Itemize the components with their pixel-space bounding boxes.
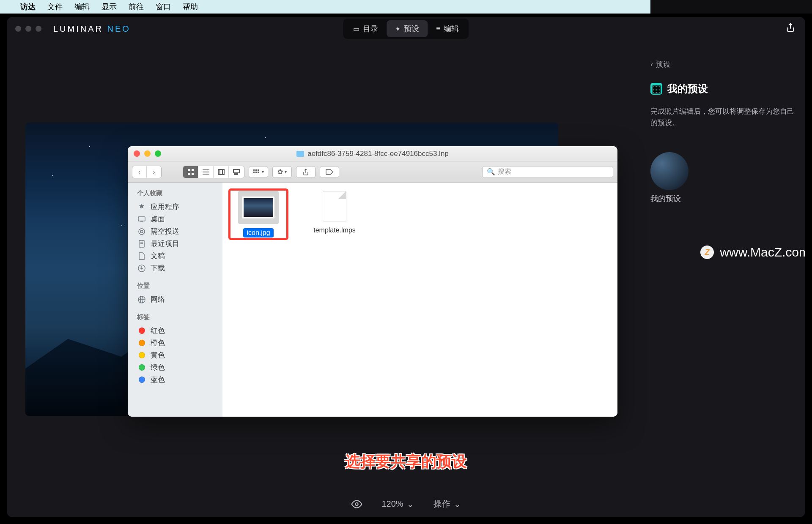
app-traffic-lights [15, 26, 41, 32]
sidebar-item-airdrop[interactable]: 隔空投送 [128, 225, 222, 237]
sidebar-tag-orange[interactable]: 橙色 [128, 337, 222, 349]
view-buttons [183, 166, 244, 178]
sidebar-item-applications[interactable]: 应用程序 [128, 201, 222, 213]
chevron-down-icon: ⌄ [454, 499, 461, 509]
nav-back-button[interactable]: ‹ [132, 166, 147, 178]
finder-search[interactable]: 🔍 搜索 [482, 166, 613, 178]
finder-traffic-lights [134, 150, 161, 157]
svg-rect-12 [234, 174, 236, 175]
macos-menubar: 访达 文件 编辑 显示 前往 窗口 帮助 [0, 0, 650, 14]
share-toolbar-button[interactable] [296, 166, 315, 178]
view-column-button[interactable] [214, 166, 229, 178]
sidebar-item-label: 绿色 [151, 363, 165, 372]
menubar-item-help[interactable]: 帮助 [183, 2, 198, 12]
svg-rect-15 [255, 169, 257, 171]
file-item-icon-jpg[interactable]: icon.jpg [231, 191, 286, 237]
action-menu[interactable]: 操作 ⌄ [433, 498, 461, 510]
sidebar-item-network[interactable]: 网络 [128, 293, 222, 306]
menubar-item-view[interactable]: 显示 [102, 2, 117, 12]
app-minimize-button[interactable] [25, 26, 31, 32]
sidebar-item-label: 桌面 [151, 214, 165, 224]
tag-blue-icon [139, 377, 145, 383]
file-name-label: template.lmps [310, 226, 359, 235]
visibility-toggle[interactable] [351, 499, 362, 510]
sidebar-tag-green[interactable]: 绿色 [128, 361, 222, 374]
group-by-button[interactable]: ▾ [249, 166, 268, 178]
finder-minimize-button[interactable] [144, 150, 151, 157]
finder-window: aefdfc86-3759-4281-8fcc-ee74916bcc53.lnp… [128, 146, 617, 417]
finder-title: aefdfc86-3759-4281-8fcc-ee74916bcc53.lnp [296, 150, 449, 158]
applications-icon [137, 202, 146, 212]
action-label: 操作 [433, 498, 450, 510]
sidebar-item-label: 下载 [151, 263, 165, 273]
finder-maximize-button[interactable] [155, 150, 161, 157]
sidebar-item-label: 红色 [151, 326, 165, 336]
tag-red-icon [139, 328, 145, 334]
documents-icon [137, 251, 146, 261]
svg-rect-24 [139, 240, 144, 247]
svg-rect-13 [236, 174, 238, 175]
mode-tab-presets[interactable]: ✦ 预设 [387, 20, 428, 37]
finder-body: 个人收藏 应用程序 桌面 隔空投送 最近项目 [128, 183, 617, 417]
list-icon [203, 169, 209, 175]
watermark-icon: Z [700, 246, 714, 259]
instruction-caption: 选择要共享的预设 [345, 451, 467, 472]
menubar-item-edit[interactable]: 编辑 [74, 2, 90, 12]
menubar-item-file[interactable]: 文件 [47, 2, 63, 12]
preset-thumbnail[interactable] [650, 152, 689, 190]
favorites-heading: 个人收藏 [128, 188, 222, 201]
sidebar-item-desktop[interactable]: 桌面 [128, 213, 222, 225]
search-icon: 🔍 [487, 168, 495, 176]
svg-rect-8 [218, 169, 224, 175]
sidebar-tag-blue[interactable]: 蓝色 [128, 374, 222, 386]
finder-titlebar[interactable]: aefdfc86-3759-4281-8fcc-ee74916bcc53.lnp [128, 146, 617, 161]
mode-tabs: ▭ 目录 ✦ 预设 ≡ 编辑 [343, 19, 469, 39]
file-thumbnail [238, 191, 279, 224]
sidebar-tag-yellow[interactable]: 黄色 [128, 349, 222, 361]
tags-toolbar-button[interactable] [320, 166, 339, 178]
mode-tab-catalog[interactable]: ▭ 目录 [345, 20, 387, 37]
back-label: 预设 [656, 59, 671, 69]
nav-forward-button[interactable]: › [147, 166, 161, 178]
columns-icon [218, 169, 225, 175]
app-logo: LUMINAR NEO [53, 24, 131, 34]
svg-rect-3 [188, 173, 190, 175]
finder-close-button[interactable] [134, 150, 140, 157]
sidebar-item-documents[interactable]: 文稿 [128, 250, 222, 262]
finder-content[interactable]: icon.jpg template.lmps [222, 183, 617, 417]
action-gear-button[interactable]: ✿ ▾ [272, 166, 292, 178]
svg-rect-18 [255, 172, 257, 173]
sidebar-item-downloads[interactable]: 下载 [128, 262, 222, 274]
view-list-button[interactable] [198, 166, 214, 178]
logo-main: LUMINAR [53, 24, 103, 33]
sidebar-item-label: 黄色 [151, 350, 165, 360]
sidebar-item-label: 蓝色 [151, 375, 165, 385]
group-icon [253, 169, 260, 175]
zoom-control[interactable]: 120% ⌄ [381, 499, 414, 509]
tag-green-icon [139, 364, 145, 371]
menubar-item-window[interactable]: 窗口 [156, 2, 171, 12]
finder-sidebar: 个人收藏 应用程序 桌面 隔空投送 最近项目 [128, 183, 222, 417]
mode-tab-edit[interactable]: ≡ 编辑 [428, 20, 467, 37]
app-maximize-button[interactable] [36, 26, 41, 32]
panel-title: ▦ 我的预设 [650, 82, 795, 96]
desktop-icon [137, 215, 146, 224]
app-close-button[interactable] [15, 26, 21, 32]
search-placeholder: 搜索 [498, 167, 511, 176]
tag-icon [326, 169, 333, 175]
sidebar-tag-red[interactable]: 红色 [128, 325, 222, 337]
view-gallery-button[interactable] [229, 166, 244, 178]
file-item-template[interactable]: template.lmps [307, 191, 362, 235]
sidebar-item-recents[interactable]: 最近项目 [128, 237, 222, 250]
menubar-app-name[interactable]: 访达 [20, 2, 36, 12]
chevron-down-icon: ▾ [285, 169, 287, 174]
sidebar-item-label: 网络 [151, 295, 165, 304]
view-icon-button[interactable] [183, 166, 198, 178]
share-button[interactable] [786, 23, 795, 35]
menubar-item-go[interactable]: 前往 [129, 2, 144, 12]
tag-orange-icon [139, 340, 145, 346]
back-to-presets-link[interactable]: ‹ 预设 [650, 59, 795, 69]
share-icon [303, 169, 309, 175]
preset-name-label: 我的预设 [650, 194, 795, 204]
catalog-icon: ▭ [353, 25, 359, 33]
